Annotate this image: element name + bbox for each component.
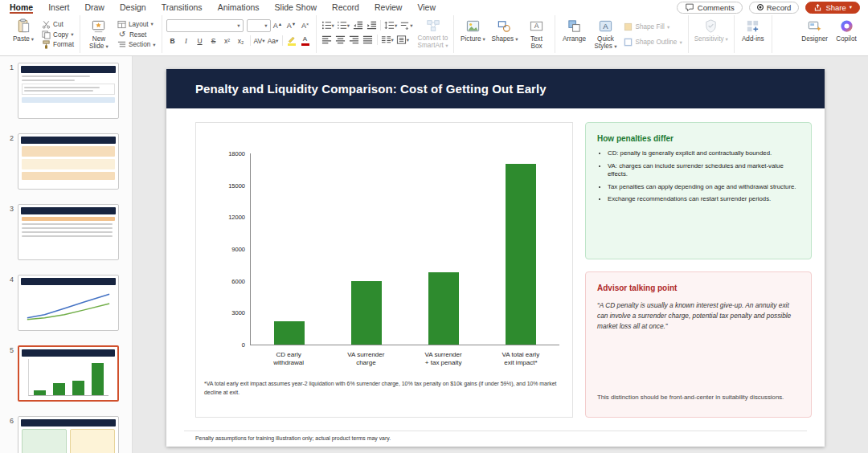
- menu-tab-review[interactable]: Review: [375, 1, 402, 14]
- font-size-combo[interactable]: ▾: [247, 19, 271, 32]
- slide-thumbnail-row: 1: [0, 63, 132, 119]
- y-tick-label: 15000: [228, 182, 245, 189]
- slide-thumbnail-5[interactable]: [18, 345, 119, 402]
- content-area: 123456 Penalty and Liquidity Comparison:…: [0, 56, 868, 453]
- character-spacing-button[interactable]: AV▾: [253, 35, 266, 47]
- italic-button[interactable]: I: [180, 35, 193, 47]
- comments-button[interactable]: Comments: [677, 2, 743, 14]
- decrease-indent-button[interactable]: [351, 19, 364, 31]
- copilot-button[interactable]: Copilot: [832, 16, 861, 43]
- increase-indent-button[interactable]: [365, 19, 378, 31]
- align-right-button[interactable]: [348, 34, 361, 46]
- decrease-font-size-button[interactable]: A▼: [285, 20, 298, 32]
- designer-button[interactable]: Designer: [800, 16, 829, 43]
- copy-button[interactable]: Copy ▾: [40, 30, 76, 40]
- sensitivity-button[interactable]: Sensitivity▾: [693, 16, 730, 43]
- cut-button[interactable]: Cut: [40, 19, 76, 30]
- picture-label: Picture: [461, 35, 481, 43]
- menu-tab-slide-show[interactable]: Slide Show: [275, 1, 317, 14]
- thumbnail-line-chart: [21, 288, 116, 323]
- penalty-bullet: CD: penalty is generally explicit and co…: [608, 149, 800, 158]
- subscript-button[interactable]: x₂: [235, 35, 248, 47]
- format-painter-button[interactable]: Format: [40, 39, 76, 50]
- text-direction-button[interactable]: ▾: [399, 19, 413, 31]
- layout-button[interactable]: Layout ▾: [116, 19, 158, 30]
- chevron-down-icon: ▾: [850, 4, 852, 10]
- menu-tab-home[interactable]: Home: [10, 1, 33, 14]
- slide-thumbnail-3[interactable]: [18, 204, 119, 260]
- slide-footer-text: Penalty assumptions for training illustr…: [195, 435, 807, 441]
- picture-button[interactable]: Picture▾: [458, 16, 487, 43]
- font-name-combo[interactable]: ▾: [166, 19, 244, 32]
- numbering-button[interactable]: ▾: [336, 19, 350, 31]
- thumbnail-decor: [22, 172, 115, 180]
- clear-formatting-button[interactable]: A×: [299, 20, 312, 32]
- columns-icon: [381, 35, 391, 45]
- underline-button[interactable]: U: [194, 35, 207, 47]
- menu-tab-transitions[interactable]: Transitions: [162, 1, 203, 14]
- increase-font-size-button[interactable]: A▲: [272, 20, 285, 32]
- designer-label: Designer: [801, 35, 828, 43]
- menu-tab-design[interactable]: Design: [120, 1, 146, 14]
- slide-thumbnail-4[interactable]: [18, 275, 119, 331]
- convert-to-smartart-button[interactable]: Convert toSmartArt ▾: [416, 16, 450, 50]
- slide-title-bar: Penalty and Liquidity Comparison: Cost o…: [166, 69, 825, 108]
- slide-body: 0300060009000120001500018000 CD early wi…: [166, 108, 825, 418]
- paste-label: Paste: [13, 35, 30, 43]
- menu-tab-insert[interactable]: Insert: [48, 1, 69, 14]
- character-spacing-label: AV: [254, 37, 263, 45]
- line-spacing-button[interactable]: ▾: [383, 19, 398, 31]
- slide-thumbnail-6[interactable]: [18, 416, 119, 453]
- superscript-button[interactable]: x²: [221, 35, 234, 47]
- chart-bars: [251, 153, 559, 345]
- chevron-down-icon: ▾: [395, 22, 397, 29]
- section-button[interactable]: Section ▾: [116, 39, 158, 50]
- shapes-button[interactable]: Shapes▾: [489, 16, 519, 43]
- reset-button[interactable]: ↺ Reset: [116, 30, 158, 40]
- align-center-icon: [335, 35, 346, 45]
- change-case-button[interactable]: Aa▾: [267, 35, 280, 47]
- smartart-label-1: Convert to: [418, 35, 448, 42]
- slide-thumbnail-2[interactable]: [18, 133, 119, 190]
- slide-thumbnail-1[interactable]: [18, 63, 119, 119]
- designer-icon: [807, 18, 822, 34]
- slide-number: 5: [3, 345, 14, 402]
- add-ins-button[interactable]: Add-ins: [739, 16, 768, 43]
- bold-button[interactable]: B: [166, 35, 179, 47]
- shape-fill-button[interactable]: Shape Fill ▾: [622, 22, 683, 32]
- align-text-button[interactable]: ▾: [395, 34, 410, 46]
- menu-tab-animations[interactable]: Animations: [218, 1, 260, 14]
- copy-label: Copy: [53, 31, 68, 39]
- record-button[interactable]: Record: [749, 2, 800, 14]
- thumbnail-graphic: [22, 349, 115, 398]
- chevron-down-icon: ▾: [153, 42, 155, 48]
- menu-tab-draw[interactable]: Draw: [84, 1, 104, 14]
- arrange-button[interactable]: Arrange: [559, 16, 588, 43]
- strikethrough-button[interactable]: S: [207, 35, 220, 47]
- new-slide-button[interactable]: NewSlide ▾: [84, 16, 113, 51]
- align-left-icon: [321, 35, 332, 45]
- chevron-down-icon: ▾: [262, 38, 264, 44]
- justify-button[interactable]: [362, 34, 375, 46]
- align-left-button[interactable]: [321, 34, 334, 46]
- quick-styles-icon: A: [598, 18, 613, 34]
- shape-outline-button[interactable]: Shape Outline ▾: [622, 37, 683, 47]
- quick-styles-button[interactable]: A QuickStyles ▾: [591, 16, 620, 51]
- columns-button[interactable]: ▾: [380, 34, 395, 46]
- penalty-bullet: Tax penalties can apply depending on age…: [608, 183, 800, 192]
- bullets-button[interactable]: ▾: [321, 19, 335, 31]
- chevron-down-icon: ▾: [410, 22, 412, 29]
- align-center-button[interactable]: [334, 34, 347, 46]
- font-color-button[interactable]: A: [299, 35, 312, 47]
- menu-tab-record[interactable]: Record: [332, 1, 359, 14]
- share-button[interactable]: Share ▾: [805, 2, 860, 14]
- slide-5-editing-surface[interactable]: Penalty and Liquidity Comparison: Cost o…: [166, 69, 825, 447]
- text-box-button[interactable]: A TextBox: [522, 16, 551, 51]
- menu-tab-view[interactable]: View: [417, 1, 436, 14]
- paste-button[interactable]: Paste▾: [9, 16, 38, 43]
- shapes-label: Shapes: [491, 35, 514, 43]
- text-highlight-color-button[interactable]: [285, 35, 298, 47]
- chevron-down-icon: ▾: [151, 21, 154, 27]
- chevron-down-icon: ▾: [445, 43, 448, 48]
- format-painter-icon: [42, 40, 51, 49]
